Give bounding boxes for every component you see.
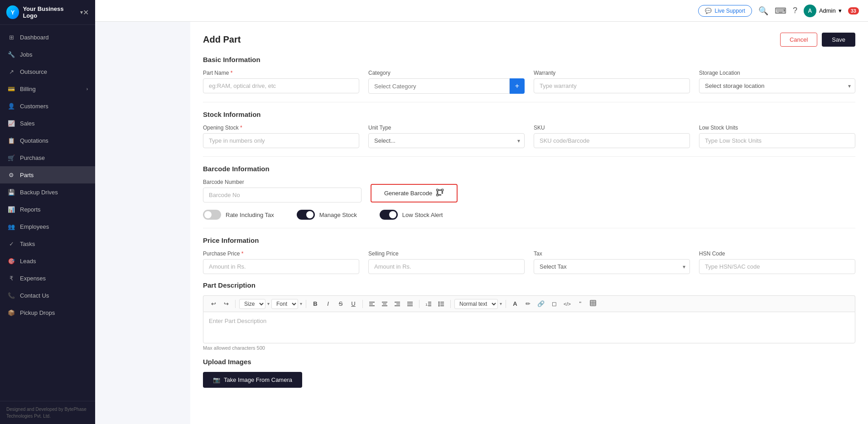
sidebar-item-leads[interactable]: 🎯 Leads [0, 252, 95, 270]
bold-button[interactable]: B [310, 299, 321, 308]
align-justify-button[interactable] [405, 299, 415, 308]
unit-type-select[interactable]: Select... [368, 133, 525, 148]
sidebar-item-backup-drives[interactable]: 💾 Backup Drives [0, 183, 95, 201]
toolbar-separator-4 [419, 300, 420, 308]
font-size-select[interactable]: Size [239, 299, 265, 309]
purchase-price-label: Purchase Price * [203, 251, 359, 257]
admin-menu[interactable]: A Admin ▾ [804, 5, 842, 17]
sidebar-item-reports[interactable]: 📊 Reports [0, 201, 95, 218]
sidebar-close-button[interactable]: ✕ [83, 8, 89, 17]
underline-button[interactable]: U [348, 299, 359, 308]
purchase-price-input[interactable] [203, 259, 359, 274]
sidebar-item-purchase[interactable]: 🛒 Purchase [0, 149, 95, 166]
storage-select[interactable]: Select storage location [699, 78, 855, 93]
sidebar-item-employees[interactable]: 👥 Employees [0, 218, 95, 235]
selling-price-label: Selling Price [368, 251, 525, 257]
code-button[interactable]: </> [561, 300, 573, 308]
help-button[interactable]: ? [793, 6, 797, 15]
opening-stock-input[interactable] [203, 133, 359, 148]
link-icon: 🔗 [537, 300, 545, 307]
unit-type-label: Unit Type [368, 125, 525, 131]
sidebar-item-dashboard[interactable]: ⊞ Dashboard [0, 29, 95, 46]
low-stock-alert-toggle[interactable] [380, 210, 398, 220]
barcode-number-input[interactable] [203, 188, 362, 202]
sidebar-item-pickup-drops[interactable]: 📦 Pickup Drops [0, 304, 95, 321]
sku-input[interactable] [534, 133, 690, 148]
align-center-button[interactable] [379, 299, 390, 308]
sidebar-item-sales[interactable]: 📈 Sales [0, 115, 95, 132]
billing-icon: 💳 [7, 85, 15, 93]
blockquote-button[interactable]: " [575, 299, 586, 308]
search-button[interactable]: 🔍 [758, 6, 768, 16]
live-support-button[interactable]: 💬 Live Support [698, 5, 752, 17]
manage-stock-toggle[interactable] [297, 210, 315, 220]
category-input-group: + [368, 78, 525, 94]
text-color-icon: A [513, 300, 517, 307]
sidebar-item-quotations[interactable]: 📋 Quotations [0, 132, 95, 149]
link-button[interactable]: 🔗 [535, 299, 547, 308]
text-style-select[interactable]: Normal text [454, 299, 498, 309]
billing-chevron-icon: › [87, 87, 88, 92]
rate-including-tax-toggle[interactable] [203, 210, 221, 220]
bullet-list-button[interactable] [436, 299, 447, 308]
low-stock-input[interactable] [699, 133, 855, 148]
sidebar-item-jobs[interactable]: 🔧 Jobs [0, 46, 95, 63]
italic-button[interactable]: I [323, 299, 333, 308]
outsource-icon: ↗ [7, 67, 15, 76]
low-stock-alert-toggle-group: Low Stock Alert [380, 210, 443, 220]
sidebar-item-customers[interactable]: 👤 Customers [0, 97, 95, 115]
font-family-select[interactable]: Font [271, 299, 298, 309]
admin-avatar: A [804, 5, 816, 17]
sidebar-item-contact-us[interactable]: 📞 Contact Us [0, 287, 95, 304]
description-section-title: Part Description [203, 281, 855, 289]
tax-select[interactable]: Select Tax [534, 259, 690, 274]
text-color-button[interactable]: A [510, 299, 521, 308]
highlight-button[interactable]: ✏ [522, 299, 533, 308]
sidebar-item-parts[interactable]: ⚙ Parts [0, 166, 95, 183]
keyboard-button[interactable]: ⌨ [775, 6, 786, 16]
hsn-input[interactable] [699, 259, 855, 274]
save-button[interactable]: Save [822, 33, 855, 47]
table-button[interactable] [588, 299, 598, 309]
take-image-button[interactable]: 📷 Take Image From Camera [203, 372, 302, 388]
undo-button[interactable]: ↩ [208, 299, 219, 308]
selling-price-input[interactable] [368, 259, 525, 274]
part-name-input[interactable] [203, 78, 359, 93]
main-content: Add Part Cancel Save Basic Information P… [190, 22, 868, 424]
svg-point-35 [439, 301, 440, 303]
admin-label: Admin [819, 7, 836, 14]
manage-stock-label: Manage Stock [319, 212, 357, 218]
sidebar-item-billing[interactable]: 💳 Billing › [0, 80, 95, 97]
unit-type-select-wrapper: Select... ▾ [368, 133, 525, 148]
category-input[interactable] [368, 78, 510, 94]
sidebar-item-tasks[interactable]: ✓ Tasks [0, 235, 95, 252]
part-description-editor[interactable]: Enter Part Description [203, 312, 855, 343]
notification-badge[interactable]: 33 [848, 7, 859, 14]
ordered-list-button[interactable]: 1. [423, 299, 434, 308]
quote-icon: " [579, 300, 582, 307]
sidebar-item-label: Customers [20, 103, 88, 110]
warranty-input[interactable] [534, 78, 690, 93]
sidebar-item-expenses[interactable]: ₹ Expenses [0, 270, 95, 287]
align-left-button[interactable] [366, 299, 377, 308]
sku-group: SKU [534, 125, 690, 148]
strikethrough-button[interactable]: S [335, 299, 346, 308]
storage-label: Storage Location [699, 70, 855, 76]
search-icon: 🔍 [758, 6, 768, 16]
backup-drives-icon: 💾 [7, 188, 15, 196]
customers-icon: 👤 [7, 102, 15, 110]
sidebar-item-label: Purchase [20, 154, 88, 161]
barcode-number-group: Barcode Number [203, 179, 362, 202]
redo-button[interactable]: ↪ [221, 299, 231, 308]
sidebar-item-outsource[interactable]: ↗ Outsource [0, 63, 95, 80]
clear-format-button[interactable]: ◻ [549, 299, 559, 308]
stock-info-section-title: Stock Information [203, 111, 855, 118]
sidebar-item-label: Employees [20, 223, 88, 230]
hsn-group: HSN Code [699, 251, 855, 274]
align-right-button[interactable] [392, 299, 403, 308]
generate-barcode-button[interactable]: Generate Barcode [371, 184, 458, 202]
highlight-icon: ✏ [526, 300, 530, 307]
category-add-button[interactable]: + [510, 78, 525, 94]
cancel-button[interactable]: Cancel [780, 33, 817, 47]
part-name-group: Part Name * [203, 70, 359, 94]
